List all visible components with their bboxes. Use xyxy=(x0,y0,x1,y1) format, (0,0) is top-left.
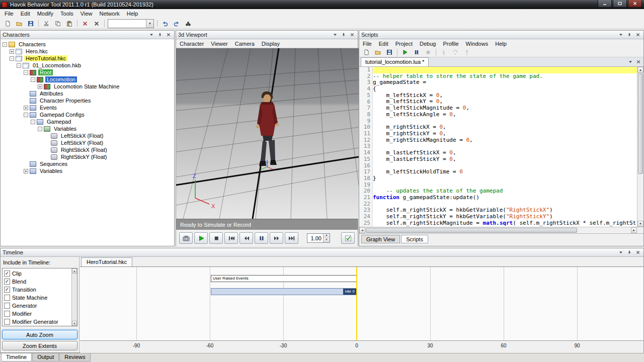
tab-strip-close-button[interactable] xyxy=(635,58,642,65)
tab-timeline[interactable]: Timeline xyxy=(1,353,32,361)
maximize-button[interactable] xyxy=(613,0,627,8)
scripts-toolbar-run-button[interactable] xyxy=(399,47,411,57)
toolbar-paste-button[interactable] xyxy=(64,19,75,29)
clip-track-bar[interactable]: Idle 0 xyxy=(211,288,357,295)
menu-network[interactable]: Network xyxy=(96,10,123,18)
tree-item-leftsticky-float[interactable]: LeftStickY (Float) xyxy=(1,139,174,146)
menu-modify[interactable]: Modify xyxy=(34,10,57,18)
tree-item-attributes[interactable]: Attributes xyxy=(1,90,174,97)
3d-scene[interactable]: Z X xyxy=(176,48,359,219)
timeline-canvas[interactable]: User Raised Events Idle 0 xyxy=(80,266,643,340)
tree-item-leftstickx-float[interactable]: LeftStickX (Float) xyxy=(1,132,174,139)
toolbar-copy-button[interactable] xyxy=(52,19,63,29)
menu-edit[interactable]: Edit xyxy=(17,10,34,18)
expand-icon[interactable]: + xyxy=(38,84,42,89)
scripts-tab-scripts[interactable]: Scripts xyxy=(401,235,428,243)
expand-icon[interactable]: + xyxy=(24,106,28,110)
checkbox-generator[interactable] xyxy=(4,303,10,309)
tree-item-rightsticky-float[interactable]: RightStickY (Float) xyxy=(1,153,174,160)
viewport-panel-chevron-down-button[interactable] xyxy=(332,32,339,38)
code-line[interactable]: m_rightStickMagnitude = 0, xyxy=(373,137,637,144)
scripts-menu-edit[interactable]: Edit xyxy=(375,40,392,48)
scripts-menu-file[interactable]: File xyxy=(359,40,375,48)
scripts-menu-windows[interactable]: Windows xyxy=(462,40,492,48)
toolbar-delete-all-button[interactable] xyxy=(91,19,102,29)
scroll-left-icon[interactable]: ◄ xyxy=(359,227,365,233)
collapse-icon[interactable]: - xyxy=(17,63,21,68)
checkbox-modifier[interactable] xyxy=(4,311,10,317)
filter-list-scrollbar[interactable]: ▲ ▼ xyxy=(71,268,77,326)
checkbox-clip[interactable]: ✓ xyxy=(4,270,10,277)
code-line[interactable]: m_lastLeftStickY = 0, xyxy=(373,156,637,163)
menu-view[interactable]: View xyxy=(77,10,96,18)
scripts-menu-help[interactable]: Help xyxy=(492,40,510,48)
script-file-tab[interactable]: tutorial_locomotion.lua * xyxy=(361,57,429,66)
tree-item-herotutorial-hkc[interactable]: -HeroTutorial.hkc xyxy=(1,55,174,62)
filter-transition[interactable]: ✓Transition xyxy=(4,286,70,294)
collapse-icon[interactable]: - xyxy=(38,127,42,131)
play-button[interactable] xyxy=(194,232,208,244)
checkbox-state-machine[interactable] xyxy=(4,295,10,301)
zoom-extents-button[interactable]: Zoom Extents xyxy=(2,341,77,350)
checkbox-transition[interactable]: ✓ xyxy=(4,287,10,293)
scripts-tab-graph-view[interactable]: Graph View xyxy=(361,235,400,243)
menu-file[interactable]: File xyxy=(1,10,17,18)
tree-item-characters[interactable]: -Characters xyxy=(1,41,174,48)
scripts-toolbar-pause-button[interactable] xyxy=(411,47,422,57)
scripts-toolbar-step-over-button[interactable] xyxy=(450,47,461,57)
scroll-up-icon[interactable]: ▲ xyxy=(637,67,643,73)
characters-panel-chevron-down-button[interactable] xyxy=(148,32,155,38)
toolbar-combo-box[interactable]: ▼ xyxy=(108,19,154,28)
scripts-menu-debug[interactable]: Debug xyxy=(416,40,439,48)
tree-item-sequences[interactable]: Sequences xyxy=(1,160,174,167)
user-raised-events-track[interactable]: User Raised Events xyxy=(211,275,357,282)
code-line[interactable]: m_leftStickAngle = 0, xyxy=(373,112,637,118)
tree-item-variables[interactable]: +Variables xyxy=(1,167,174,174)
fast-forward-button[interactable] xyxy=(270,232,283,244)
tree-item-events[interactable]: +Events xyxy=(1,104,174,111)
filter-modifier-generator[interactable]: Modifier Generator xyxy=(4,318,70,326)
viewport-panel-close-button[interactable] xyxy=(349,32,356,38)
checkbox-modifier-generator[interactable] xyxy=(4,319,10,325)
expand-icon[interactable]: + xyxy=(10,49,14,54)
tab-strip-chevron-down-button[interactable] xyxy=(627,58,634,65)
minimize-button[interactable] xyxy=(598,0,612,8)
filter-state-machine[interactable]: State Machine xyxy=(4,294,70,302)
code-line[interactable]: } xyxy=(373,175,637,182)
toolbar-cut-button[interactable] xyxy=(41,19,52,29)
snapshot-button[interactable] xyxy=(179,232,193,244)
timeline-panel-chevron-down-button[interactable] xyxy=(617,249,624,256)
code-horizontal-scrollbar[interactable]: ◄ ► xyxy=(359,227,643,233)
filter-generator[interactable]: Generator xyxy=(4,302,70,310)
spinner-down-icon[interactable]: ▼ xyxy=(324,238,330,243)
viewport-menu-display[interactable]: Display xyxy=(258,40,283,48)
current-time-marker[interactable] xyxy=(356,267,357,340)
characters-panel-pin-button[interactable] xyxy=(156,32,164,38)
tree-item-locomotion-state-machine[interactable]: +Locomotion State Machine xyxy=(1,83,174,90)
toolbar-delete-button[interactable] xyxy=(79,19,91,29)
scripts-menu-profile[interactable]: Profile xyxy=(439,40,462,48)
filter-clip[interactable]: ✓Clip xyxy=(4,269,70,278)
filter-blend[interactable]: ✓Blend xyxy=(4,278,70,286)
toolbar-open-button[interactable] xyxy=(14,19,25,29)
tree-item-locomotion[interactable]: -Locomotion xyxy=(1,76,174,83)
tree-item-character-properties[interactable]: Character Properties xyxy=(1,97,174,104)
code-line[interactable]: self.m_rightStickMagnitude = math.sqrt( … xyxy=(373,220,637,227)
rewind-button[interactable] xyxy=(239,232,253,244)
close-button[interactable] xyxy=(628,0,642,8)
vertical-scroll-thumb[interactable] xyxy=(638,73,643,174)
viewport-menu-camera[interactable]: Camera xyxy=(231,40,258,48)
horizontal-scroll-thumb[interactable] xyxy=(366,228,577,233)
viewport-menu-viewer[interactable]: Viewer xyxy=(207,40,231,48)
tree-item-gamepad[interactable]: -Gamepad xyxy=(1,118,174,125)
scripts-toolbar-new-button[interactable] xyxy=(361,47,372,57)
code-editor[interactable]: 1234567891011121314151617181920212223242… xyxy=(359,67,643,227)
tab-reviews[interactable]: Reviews xyxy=(59,353,91,361)
playback-speed-input[interactable]: 1.00 ▲ ▼ xyxy=(307,233,330,243)
toolbar-new-button[interactable] xyxy=(2,19,13,29)
menu-help[interactable]: Help xyxy=(123,10,142,18)
skip-start-button[interactable] xyxy=(224,232,238,244)
code-line[interactable]: g_gamepadState = xyxy=(373,79,637,86)
collapse-icon[interactable]: - xyxy=(31,77,35,82)
timeline-panel-close-button[interactable] xyxy=(634,249,641,256)
